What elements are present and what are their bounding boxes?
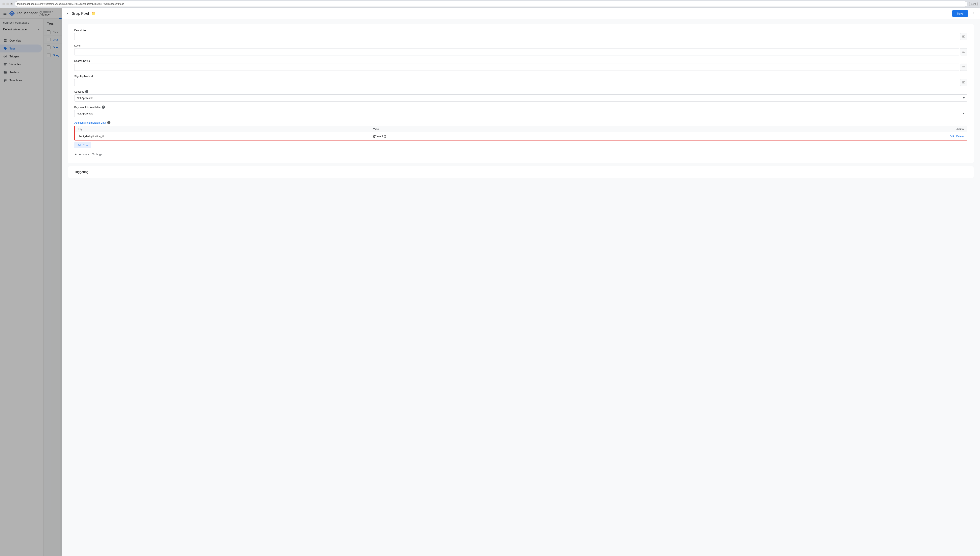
advanced-settings-label: Advanced Settings [79,153,102,156]
init-col-key-header: Key [78,128,373,131]
init-cell-key-1: client_deduplication_id [78,135,373,138]
init-data-row: client_deduplication_id {{Event Id}} Edi… [75,133,967,140]
sign-up-method-variable-button[interactable] [960,79,967,86]
payment-info-field: Payment Info Available ? Not Applicable … [74,105,967,117]
delete-button-1[interactable]: Delete [956,135,964,138]
search-string-input-row [74,64,967,71]
payment-info-select[interactable]: Not Applicable True False [74,110,967,117]
search-string-label: Search String [74,60,967,62]
init-data-table-header: Key Value Action [75,126,967,133]
svg-rect-22 [962,67,964,67]
address-text: tagmanager.google.com/#/container/accoun… [17,3,124,5]
svg-rect-25 [962,82,964,82]
success-select-wrapper: Not Applicable True False [74,94,967,102]
payment-info-label: Payment Info Available ? [74,105,967,109]
search-string-field: Search String [74,60,967,71]
search-string-input[interactable] [74,64,959,71]
level-input-row [74,48,967,55]
search-string-variable-button[interactable] [960,64,967,71]
init-col-value-header: Value [373,128,816,131]
level-input[interactable] [74,48,959,55]
success-select[interactable]: Not Applicable True False [74,94,967,102]
browser-chrome: ← → ↻ tagmanager.google.com/#/container/… [0,0,980,8]
description-label: Description [74,29,967,32]
svg-rect-19 [962,52,964,52]
success-label: Success ? [74,90,967,93]
svg-rect-17 [962,37,964,37]
init-data-label[interactable]: Additional Initialization Data ? [74,121,967,124]
svg-rect-21 [962,66,965,66]
panel-content: Description Level [61,19,980,556]
level-variable-button[interactable] [960,48,967,55]
add-row-button[interactable]: Add Row [74,142,91,148]
sign-up-method-input[interactable] [74,79,959,86]
sign-up-method-label: Sign Up Method [74,75,967,78]
svg-rect-18 [962,51,965,51]
init-cell-action-1: Edit Delete [816,135,964,138]
main-area: CURRENT WORKSPACE Default Workspace › Ov… [0,19,980,556]
sign-up-method-field: Sign Up Method [74,75,967,86]
zoom-badge: 150% [969,2,978,6]
address-bar[interactable]: tagmanager.google.com/#/container/accoun… [15,1,968,7]
svg-rect-23 [962,68,964,68]
modal-overlay: × Snap Pixel 📁 Save ⋮ Description [0,19,980,556]
triggering-title: Triggering [74,170,967,174]
svg-rect-20 [962,52,964,53]
description-input-row [74,33,967,40]
advanced-settings[interactable]: ► Advanced Settings [74,150,967,158]
description-input[interactable] [74,33,959,40]
svg-rect-24 [962,81,965,82]
init-data-table: Key Value Action client_deduplication_id… [74,126,967,141]
svg-rect-15 [962,36,965,36]
expand-icon: ► [74,152,77,156]
svg-rect-26 [962,83,964,84]
payment-info-help-icon[interactable]: ? [102,105,105,109]
init-data-help-icon[interactable]: ? [107,121,110,124]
init-data-section: Additional Initialization Data ? Key Val… [74,121,967,148]
browser-controls: ← → ↻ [2,3,13,5]
init-col-action-header: Action [816,128,964,131]
sign-up-method-input-row [74,79,967,86]
form-section-main: Description Level [68,24,974,163]
init-cell-value-1: {{Event Id}} [373,135,816,138]
app-container: ☰ Tag Manager All accounts > Addingv Wor… [0,8,980,556]
edit-button-1[interactable]: Edit [949,135,954,138]
refresh-button[interactable]: ↻ [10,3,13,5]
success-help-icon[interactable]: ? [85,90,89,93]
snap-pixel-panel: × Snap Pixel 📁 Save ⋮ Description [61,19,980,556]
back-button[interactable]: ← [2,3,5,5]
forward-button[interactable]: → [6,3,9,5]
svg-rect-16 [962,36,964,37]
success-field: Success ? Not Applicable True False [74,90,967,102]
level-field: Level [74,44,967,55]
level-label: Level [74,44,967,47]
description-variable-button[interactable] [960,33,967,40]
payment-info-select-wrapper: Not Applicable True False [74,110,967,117]
description-field: Description [74,29,967,40]
triggering-section: Triggering [68,166,974,178]
